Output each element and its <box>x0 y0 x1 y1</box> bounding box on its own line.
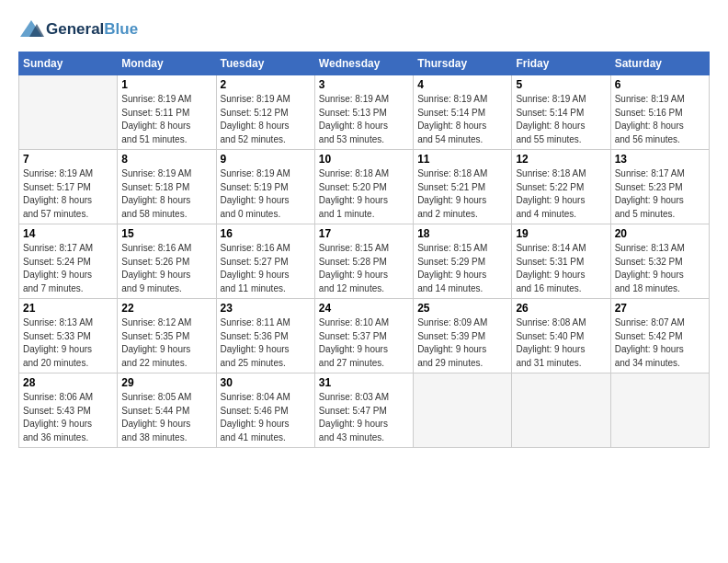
day-number: 22 <box>121 302 211 315</box>
day-number: 28 <box>23 376 113 389</box>
day-number: 23 <box>221 302 311 315</box>
day-number: 19 <box>516 227 606 240</box>
calendar-week-row: 1Sunrise: 8:19 AMSunset: 5:11 PMDaylight… <box>19 75 710 150</box>
day-number: 5 <box>516 78 606 91</box>
calendar-cell <box>19 75 118 150</box>
calendar-cell <box>610 373 709 448</box>
day-info: Sunrise: 8:16 AMSunset: 5:26 PMDaylight:… <box>121 242 211 295</box>
day-of-week-header: Wednesday <box>314 52 413 75</box>
calendar-week-row: 28Sunrise: 8:06 AMSunset: 5:43 PMDayligh… <box>19 373 710 448</box>
day-info: Sunrise: 8:17 AMSunset: 5:24 PMDaylight:… <box>23 242 113 295</box>
day-number: 14 <box>23 227 113 240</box>
calendar-cell: 10Sunrise: 8:18 AMSunset: 5:20 PMDayligh… <box>314 150 413 224</box>
day-number: 8 <box>121 153 211 166</box>
calendar-cell: 9Sunrise: 8:19 AMSunset: 5:19 PMDaylight… <box>216 150 314 224</box>
day-number: 6 <box>615 78 705 91</box>
day-number: 18 <box>417 227 507 240</box>
day-info: Sunrise: 8:17 AMSunset: 5:23 PMDaylight:… <box>615 167 705 221</box>
logo-text: GeneralBlue <box>46 21 138 39</box>
day-info: Sunrise: 8:10 AMSunset: 5:37 PMDaylight:… <box>319 316 409 370</box>
day-info: Sunrise: 8:15 AMSunset: 5:29 PMDaylight:… <box>417 242 507 295</box>
day-number: 17 <box>319 227 409 240</box>
day-of-week-header: Saturday <box>610 52 709 75</box>
day-number: 16 <box>221 227 311 240</box>
logo-icon <box>18 17 44 42</box>
day-number: 9 <box>221 153 311 166</box>
day-number: 21 <box>23 302 113 315</box>
day-number: 30 <box>221 376 311 389</box>
day-info: Sunrise: 8:11 AMSunset: 5:36 PMDaylight:… <box>221 316 311 370</box>
day-number: 31 <box>319 376 409 389</box>
calendar-cell: 24Sunrise: 8:10 AMSunset: 5:37 PMDayligh… <box>314 299 413 373</box>
calendar-week-row: 14Sunrise: 8:17 AMSunset: 5:24 PMDayligh… <box>19 224 710 299</box>
calendar-header-row: SundayMondayTuesdayWednesdayThursdayFrid… <box>19 52 710 75</box>
day-number: 24 <box>319 302 409 315</box>
calendar-cell: 6Sunrise: 8:19 AMSunset: 5:16 PMDaylight… <box>610 75 709 150</box>
calendar-cell: 18Sunrise: 8:15 AMSunset: 5:29 PMDayligh… <box>414 224 512 299</box>
day-of-week-header: Sunday <box>19 52 118 75</box>
calendar-cell: 30Sunrise: 8:04 AMSunset: 5:46 PMDayligh… <box>216 373 314 448</box>
calendar-cell: 17Sunrise: 8:15 AMSunset: 5:28 PMDayligh… <box>314 224 413 299</box>
day-info: Sunrise: 8:14 AMSunset: 5:31 PMDaylight:… <box>516 242 606 295</box>
day-info: Sunrise: 8:18 AMSunset: 5:22 PMDaylight:… <box>516 167 606 221</box>
day-of-week-header: Thursday <box>414 52 512 75</box>
calendar-cell: 15Sunrise: 8:16 AMSunset: 5:26 PMDayligh… <box>118 224 216 299</box>
day-info: Sunrise: 8:19 AMSunset: 5:14 PMDaylight:… <box>417 93 507 146</box>
day-number: 29 <box>121 376 211 389</box>
calendar-cell: 29Sunrise: 8:05 AMSunset: 5:44 PMDayligh… <box>118 373 216 448</box>
calendar-cell: 16Sunrise: 8:16 AMSunset: 5:27 PMDayligh… <box>216 224 314 299</box>
day-number: 25 <box>417 302 507 315</box>
calendar-cell: 22Sunrise: 8:12 AMSunset: 5:35 PMDayligh… <box>118 299 216 373</box>
calendar-cell: 14Sunrise: 8:17 AMSunset: 5:24 PMDayligh… <box>19 224 118 299</box>
day-number: 13 <box>615 153 705 166</box>
calendar-cell: 25Sunrise: 8:09 AMSunset: 5:39 PMDayligh… <box>414 299 512 373</box>
calendar-cell: 12Sunrise: 8:18 AMSunset: 5:22 PMDayligh… <box>512 150 610 224</box>
day-info: Sunrise: 8:08 AMSunset: 5:40 PMDaylight:… <box>516 316 606 370</box>
calendar: SundayMondayTuesdayWednesdayThursdayFrid… <box>18 52 710 448</box>
day-number: 1 <box>121 78 211 91</box>
day-number: 11 <box>417 153 507 166</box>
calendar-cell: 4Sunrise: 8:19 AMSunset: 5:14 PMDaylight… <box>414 75 512 150</box>
day-info: Sunrise: 8:19 AMSunset: 5:12 PMDaylight:… <box>221 93 311 146</box>
day-info: Sunrise: 8:19 AMSunset: 5:13 PMDaylight:… <box>319 93 409 146</box>
calendar-cell: 8Sunrise: 8:19 AMSunset: 5:18 PMDaylight… <box>118 150 216 224</box>
day-number: 3 <box>319 78 409 91</box>
calendar-cell: 19Sunrise: 8:14 AMSunset: 5:31 PMDayligh… <box>512 224 610 299</box>
calendar-cell: 28Sunrise: 8:06 AMSunset: 5:43 PMDayligh… <box>19 373 118 448</box>
calendar-cell: 26Sunrise: 8:08 AMSunset: 5:40 PMDayligh… <box>512 299 610 373</box>
day-info: Sunrise: 8:19 AMSunset: 5:16 PMDaylight:… <box>615 93 705 146</box>
day-of-week-header: Friday <box>512 52 610 75</box>
day-info: Sunrise: 8:03 AMSunset: 5:47 PMDaylight:… <box>319 391 409 444</box>
calendar-week-row: 7Sunrise: 8:19 AMSunset: 5:17 PMDaylight… <box>19 150 710 224</box>
day-info: Sunrise: 8:19 AMSunset: 5:18 PMDaylight:… <box>121 167 211 221</box>
calendar-cell: 20Sunrise: 8:13 AMSunset: 5:32 PMDayligh… <box>610 224 709 299</box>
day-number: 7 <box>23 153 113 166</box>
calendar-cell <box>414 373 512 448</box>
day-number: 10 <box>319 153 409 166</box>
day-info: Sunrise: 8:19 AMSunset: 5:14 PMDaylight:… <box>516 93 606 146</box>
day-info: Sunrise: 8:19 AMSunset: 5:19 PMDaylight:… <box>221 167 311 221</box>
logo: GeneralBlue <box>18 17 138 42</box>
calendar-cell: 31Sunrise: 8:03 AMSunset: 5:47 PMDayligh… <box>314 373 413 448</box>
calendar-cell: 1Sunrise: 8:19 AMSunset: 5:11 PMDaylight… <box>118 75 216 150</box>
day-number: 4 <box>417 78 507 91</box>
day-of-week-header: Monday <box>118 52 216 75</box>
day-info: Sunrise: 8:07 AMSunset: 5:42 PMDaylight:… <box>615 316 705 370</box>
day-info: Sunrise: 8:13 AMSunset: 5:33 PMDaylight:… <box>23 316 113 370</box>
day-info: Sunrise: 8:05 AMSunset: 5:44 PMDaylight:… <box>121 391 211 444</box>
day-info: Sunrise: 8:13 AMSunset: 5:32 PMDaylight:… <box>615 242 705 295</box>
day-info: Sunrise: 8:12 AMSunset: 5:35 PMDaylight:… <box>121 316 211 370</box>
header: GeneralBlue <box>18 17 710 42</box>
calendar-cell <box>512 373 610 448</box>
calendar-cell: 13Sunrise: 8:17 AMSunset: 5:23 PMDayligh… <box>610 150 709 224</box>
day-number: 12 <box>516 153 606 166</box>
day-info: Sunrise: 8:15 AMSunset: 5:28 PMDaylight:… <box>319 242 409 295</box>
calendar-cell: 7Sunrise: 8:19 AMSunset: 5:17 PMDaylight… <box>19 150 118 224</box>
day-number: 26 <box>516 302 606 315</box>
day-number: 2 <box>221 78 311 91</box>
day-number: 27 <box>615 302 705 315</box>
calendar-cell: 3Sunrise: 8:19 AMSunset: 5:13 PMDaylight… <box>314 75 413 150</box>
day-of-week-header: Tuesday <box>216 52 314 75</box>
day-info: Sunrise: 8:04 AMSunset: 5:46 PMDaylight:… <box>221 391 311 444</box>
day-info: Sunrise: 8:19 AMSunset: 5:11 PMDaylight:… <box>121 93 211 146</box>
